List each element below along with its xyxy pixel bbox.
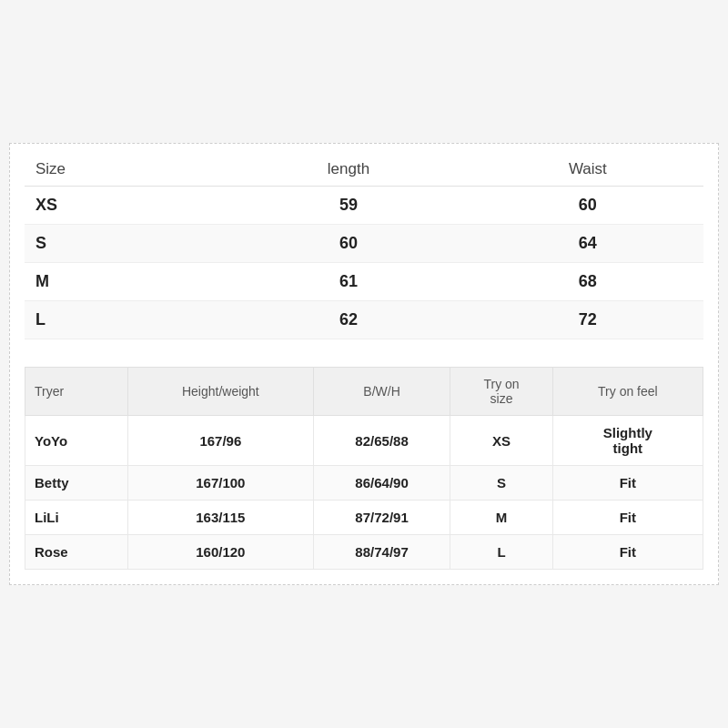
tryon-size-col-header: Try onsize bbox=[450, 368, 552, 416]
waist-cell: 68 bbox=[472, 263, 703, 301]
waist-col-header: Waist bbox=[472, 153, 703, 187]
size-table-row: M 61 68 bbox=[25, 263, 703, 301]
feel-cell: Fit bbox=[552, 466, 703, 500]
length-col-header: length bbox=[225, 153, 471, 187]
bwh-cell: 86/64/90 bbox=[313, 466, 450, 500]
bwh-cell: 88/74/97 bbox=[313, 535, 450, 570]
tryer-cell: Betty bbox=[25, 466, 128, 500]
length-cell: 60 bbox=[225, 225, 471, 263]
tryon-table-row: Betty 167/100 86/64/90 S Fit bbox=[25, 466, 703, 500]
bwh-cell: 82/65/88 bbox=[313, 416, 450, 466]
size-cell: S bbox=[450, 466, 552, 500]
bwh-cell: 87/72/91 bbox=[313, 500, 450, 535]
tryer-col-header: Tryer bbox=[25, 368, 128, 416]
hw-cell: 167/100 bbox=[128, 466, 314, 500]
size-table-row: L 62 72 bbox=[25, 301, 703, 339]
hw-cell: 167/96 bbox=[128, 416, 314, 466]
size-table-row: XS 59 60 bbox=[25, 187, 703, 225]
tryon-table-row: LiLi 163/115 87/72/91 M Fit bbox=[25, 500, 703, 535]
tryer-cell: LiLi bbox=[25, 500, 128, 535]
hw-cell: 160/120 bbox=[128, 535, 314, 570]
waist-cell: 60 bbox=[472, 187, 703, 225]
waist-cell: 64 bbox=[472, 225, 703, 263]
tryon-table-row: YoYo 167/96 82/65/88 XS Slightlytight bbox=[25, 416, 703, 466]
length-cell: 59 bbox=[225, 187, 471, 225]
length-cell: 61 bbox=[225, 263, 471, 301]
size-table: Size length Waist XS 59 60 S 60 64 M 61 … bbox=[25, 153, 703, 339]
tryon-feel-col-header: Try on feel bbox=[552, 368, 703, 416]
hw-col-header: Height/weight bbox=[128, 368, 314, 416]
tryon-table-row: Rose 160/120 88/74/97 L Fit bbox=[25, 535, 703, 570]
size-table-row: S 60 64 bbox=[25, 225, 703, 263]
feel-cell: Fit bbox=[552, 500, 703, 535]
size-cell: M bbox=[450, 500, 552, 535]
feel-cell: Slightlytight bbox=[552, 416, 703, 466]
bwh-col-header: B/W/H bbox=[313, 368, 450, 416]
size-cell: L bbox=[25, 301, 225, 339]
tryer-cell: YoYo bbox=[25, 416, 128, 466]
tryer-cell: Rose bbox=[25, 535, 128, 570]
size-cell: XS bbox=[25, 187, 225, 225]
tryon-table: Tryer Height/weight B/W/H Try onsize Try… bbox=[25, 367, 703, 570]
size-cell: S bbox=[25, 225, 225, 263]
size-cell: M bbox=[25, 263, 225, 301]
size-cell: XS bbox=[450, 416, 552, 466]
main-container: Size length Waist XS 59 60 S 60 64 M 61 … bbox=[9, 143, 719, 585]
waist-cell: 72 bbox=[472, 301, 703, 339]
feel-cell: Fit bbox=[552, 535, 703, 570]
size-col-header: Size bbox=[25, 153, 225, 187]
size-cell: L bbox=[450, 535, 552, 570]
hw-cell: 163/115 bbox=[128, 500, 314, 535]
length-cell: 62 bbox=[225, 301, 471, 339]
